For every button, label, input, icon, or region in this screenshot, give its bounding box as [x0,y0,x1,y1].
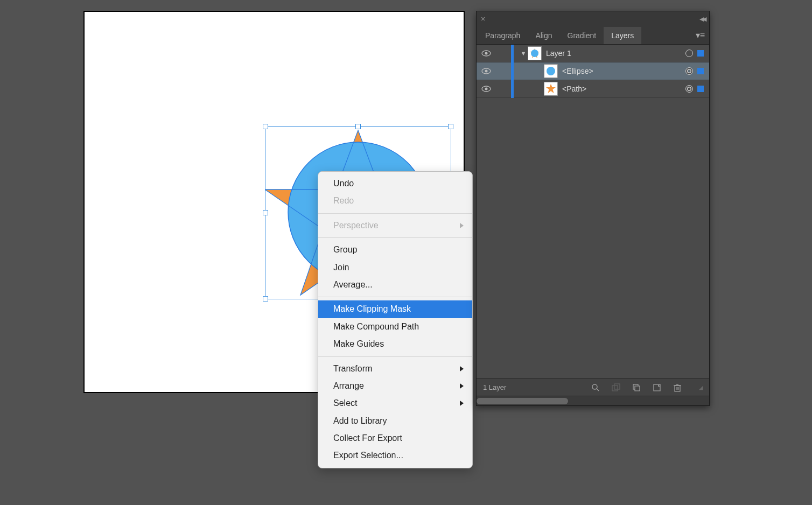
selection-indicator[interactable] [697,50,704,57]
submenu-arrow-icon [460,223,464,228]
new-layer-icon[interactable] [653,383,661,392]
svg-line-12 [597,389,599,391]
visibility-toggle[interactable] [477,86,496,92]
layer-thumbnail [544,82,558,96]
horizontal-scrollbar[interactable] [477,396,709,405]
layer-thumbnail [528,46,542,60]
scrollbar-thumb[interactable] [477,398,568,404]
selection-color-bar [511,80,514,98]
menu-make-compound-path[interactable]: Make Compound Path [318,318,472,335]
tab-gradient[interactable]: Gradient [560,27,604,44]
target-icon[interactable] [685,67,693,75]
svg-point-4 [531,50,538,57]
visibility-toggle[interactable] [477,68,496,74]
menu-group[interactable]: Group [318,241,472,258]
tab-paragraph[interactable]: Paragraph [478,27,528,44]
make-clipping-mask-icon[interactable] [612,383,620,392]
menu-arrange-label: Arrange [333,381,364,390]
layers-panel: × ◀◀ Paragraph Align Gradient Layers ▾≡ … [476,11,710,406]
svg-point-6 [485,70,488,73]
menu-undo[interactable]: Undo [318,175,472,192]
layer-name[interactable]: <Path> [562,85,685,93]
layer-thumbnail [544,64,558,78]
target-icon[interactable] [685,50,693,57]
menu-average[interactable]: Average... [318,276,472,293]
selection-color-bar [511,62,514,80]
menu-transform-label: Transform [333,364,372,373]
menu-export-selection[interactable]: Export Selection... [318,447,472,464]
submenu-arrow-icon [460,366,464,371]
menu-arrange[interactable]: Arrange [318,377,472,395]
layers-list: ▼ Layer 1 <Ellipse> [477,45,709,378]
menu-separator [318,237,472,238]
disclosure-triangle[interactable]: ▼ [519,50,528,57]
context-menu: Undo Redo Perspective Group Join Average… [318,171,473,468]
svg-point-7 [547,67,555,75]
tab-align[interactable]: Align [528,27,559,44]
search-icon[interactable] [591,383,600,392]
layer-count: 1 Layer [483,383,506,391]
target-icon[interactable] [685,85,693,93]
selection-indicator[interactable] [697,68,704,74]
panel-footer: 1 Layer ◢ [477,378,709,396]
eye-icon [481,68,491,74]
menu-select-label: Select [333,398,357,408]
svg-marker-10 [546,84,556,93]
eye-icon [481,86,491,92]
menu-add-to-library[interactable]: Add to Library [318,412,472,430]
tab-layers[interactable]: Layers [604,27,641,44]
svg-rect-17 [654,384,660,391]
menu-join[interactable]: Join [318,259,472,276]
menu-collect-for-export[interactable]: Collect For Export [318,430,472,447]
menu-make-guides[interactable]: Make Guides [318,335,472,353]
svg-point-11 [592,384,597,389]
layer-row-ellipse[interactable]: <Ellipse> [477,62,709,80]
panel-menu-icon[interactable]: ▾≡ [696,30,705,40]
menu-perspective: Perspective [318,217,472,234]
layer-name[interactable]: Layer 1 [546,49,685,58]
menu-separator [318,297,472,297]
menu-select[interactable]: Select [318,395,472,412]
menu-make-clipping-mask[interactable]: Make Clipping Mask [318,300,472,318]
collapse-icon[interactable]: ◀◀ [699,16,705,23]
selection-indicator[interactable] [697,86,704,92]
menu-redo: Redo [318,192,472,209]
menu-separator [318,356,472,357]
layer-row-layer1[interactable]: ▼ Layer 1 [477,45,709,62]
submenu-arrow-icon [460,383,464,389]
menu-separator [318,213,472,214]
eye-icon [481,50,491,57]
visibility-toggle[interactable] [477,50,496,57]
svg-rect-13 [612,385,618,391]
layer-row-path[interactable]: <Path> [477,80,709,98]
resize-grip-icon[interactable]: ◢ [699,384,703,390]
panel-tabs: Paragraph Align Gradient Layers ▾≡ [477,26,709,45]
close-icon[interactable]: × [481,15,485,23]
menu-perspective-label: Perspective [333,221,379,230]
selection-color-bar [511,45,514,62]
panel-titlebar[interactable]: × ◀◀ [477,11,709,26]
submenu-arrow-icon [460,401,464,406]
svg-point-9 [485,88,488,90]
svg-rect-14 [614,384,620,389]
new-sublayer-icon[interactable] [632,383,641,392]
trash-icon[interactable] [673,383,682,392]
svg-rect-16 [635,386,640,391]
layer-name[interactable]: <Ellipse> [562,67,685,75]
svg-point-2 [485,52,488,55]
menu-transform[interactable]: Transform [318,360,472,377]
